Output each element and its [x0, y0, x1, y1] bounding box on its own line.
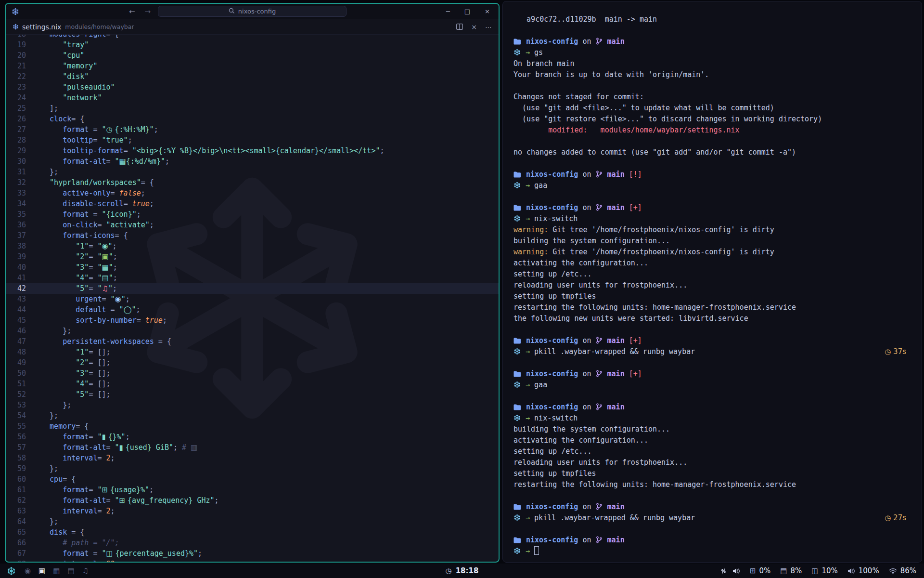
code-line[interactable]: 55 memory= {: [6, 421, 499, 432]
code-line[interactable]: 25 ];: [6, 103, 499, 114]
terminal-cursor: [534, 546, 539, 555]
code-line[interactable]: 46 };: [6, 326, 499, 336]
code-line[interactable]: 51 "4"= [];: [6, 379, 499, 389]
tray-volume-icon[interactable]: [732, 568, 740, 574]
tray-network-icon[interactable]: [720, 568, 727, 574]
terminal-line: [513, 391, 909, 402]
clock-time: 18:18: [456, 566, 479, 575]
memory-icon: ▤: [780, 566, 787, 575]
code-line[interactable]: 58 interval= 2;: [6, 453, 499, 463]
code-line[interactable]: 39 "2"= "▣";: [6, 251, 499, 262]
pulseaudio-module[interactable]: 100%: [847, 566, 879, 575]
terminal-line: setting up /etc...: [513, 269, 909, 280]
code-line[interactable]: 19 "tray": [6, 39, 499, 50]
code-line[interactable]: 23 "pulseaudio": [6, 82, 499, 92]
code-line[interactable]: 27 format = "◷ {:%H:%M}";: [6, 124, 499, 135]
command-duration: ◷ 27s: [885, 512, 906, 524]
code-line[interactable]: 49 "2"= [];: [6, 357, 499, 368]
code-line[interactable]: 41 "4"= "▤";: [6, 273, 499, 283]
code-line[interactable]: 21 "memory": [6, 61, 499, 71]
memory-module[interactable]: ▤8%: [780, 566, 802, 575]
code-line[interactable]: 33 active-only= false;: [6, 188, 499, 198]
code-text: tooltip-format= "<big>{:%Y %B}</big>\n<t…: [37, 145, 384, 156]
code-line[interactable]: 43 urgent= "◉";: [6, 294, 499, 304]
code-line[interactable]: 38 "1"= "◉";: [6, 241, 499, 251]
code-text: };: [37, 326, 71, 336]
code-line[interactable]: 56 format= "▮ {}%";: [6, 432, 499, 442]
code-line[interactable]: 45 sort-by-number= true;: [6, 315, 499, 326]
code-text: "pulseaudio": [37, 82, 115, 92]
code-line[interactable]: 40 "3"= "▦";: [6, 262, 499, 273]
code-line[interactable]: 29 tooltip-format= "<big>{:%Y %B}</big>\…: [6, 145, 499, 156]
code-line[interactable]: 47 persistent-workspaces = {: [6, 336, 499, 347]
line-number: 61: [6, 485, 37, 495]
workspace-4-icon[interactable]: ▤: [67, 566, 74, 575]
more-actions-icon[interactable]: ⋯: [485, 23, 492, 31]
nix-logo-icon: [12, 8, 19, 15]
code-line[interactable]: 65 disk = {: [6, 527, 499, 538]
close-editor-icon[interactable]: ×: [471, 23, 477, 31]
tab-filename[interactable]: settings.nix: [22, 23, 61, 31]
code-line[interactable]: 28 tooltip= "true";: [6, 135, 499, 145]
code-line[interactable]: 32 "hyprland/workspaces"= {: [6, 177, 499, 188]
code-line[interactable]: 64 };: [6, 516, 499, 527]
code-line[interactable]: 63 interval= 2;: [6, 506, 499, 516]
code-line[interactable]: 50 "3"= [];: [6, 368, 499, 379]
line-number: 25: [6, 103, 37, 114]
code-line[interactable]: 22 "disk": [6, 71, 499, 82]
line-number: 56: [6, 432, 37, 442]
folder-icon: [513, 39, 521, 45]
code-line[interactable]: 68 interval= 60;: [6, 559, 499, 562]
network-module[interactable]: 86%: [889, 566, 916, 575]
close-button[interactable]: ×: [485, 8, 490, 15]
minimize-button[interactable]: ─: [446, 8, 450, 15]
code-line[interactable]: 54 };: [6, 410, 499, 421]
maximize-button[interactable]: □: [464, 8, 470, 15]
disk-module[interactable]: ◫10%: [811, 566, 838, 575]
line-number: 37: [6, 230, 37, 241]
line-number: 29: [6, 145, 37, 156]
workspace-2-icon[interactable]: ▣: [38, 566, 45, 575]
code-line[interactable]: 48 "1"= [];: [6, 347, 499, 357]
code-line[interactable]: 44 default = "◯";: [6, 304, 499, 315]
cpu-module[interactable]: ⊞0%: [750, 566, 770, 575]
code-line[interactable]: 26 clock= {: [6, 114, 499, 124]
code-line[interactable]: 42 "5"= "♫";: [6, 283, 499, 294]
code-line[interactable]: 34 disable-scroll= true;: [6, 198, 499, 209]
code-line[interactable]: 37 format-icons= {: [6, 230, 499, 241]
terminal-line: warning: Git tree '/home/frostphoenix/ni…: [513, 224, 909, 236]
code-lines[interactable]: 18 modules-right= [19 "tray"20 "cpu"21 "…: [6, 35, 499, 562]
workspace-3-icon[interactable]: ▦: [53, 566, 60, 575]
code-line[interactable]: 62 format-alt= "⊞ {avg_frequency} GHz";: [6, 495, 499, 506]
code-line[interactable]: 57 format-alt= "▮ {used} GiB"; # ▥: [6, 442, 499, 453]
nav-back-icon[interactable]: ←: [129, 7, 135, 16]
code-line[interactable]: 59 };: [6, 463, 499, 474]
code-line[interactable]: 30 format-alt= "▦{:%d/%m}";: [6, 156, 499, 167]
code-line[interactable]: 35 format = "{icon}";: [6, 209, 499, 220]
code-line[interactable]: 31 };: [6, 167, 499, 177]
cpu-value: 0%: [759, 566, 770, 575]
workspace-5-icon[interactable]: ♫: [82, 566, 89, 575]
folder-icon: [513, 504, 521, 510]
code-line[interactable]: 67 format = "◫ {percentage_used}%";: [6, 548, 499, 559]
line-number: 36: [6, 220, 37, 230]
code-line[interactable]: 52 "5"= [];: [6, 389, 499, 400]
terminal-body[interactable]: a9c0c72..d11029b main -> main nixos-conf…: [503, 1, 922, 557]
clock-module[interactable]: ◷ 18:18: [446, 566, 479, 575]
workspace-1-icon[interactable]: ◉: [25, 566, 31, 575]
code-line[interactable]: 20 "cpu": [6, 50, 499, 61]
code-line[interactable]: 60 cpu= {: [6, 474, 499, 485]
code-text: "hyprland/workspaces"= {: [37, 177, 154, 188]
terminal-line: [513, 490, 909, 501]
nixos-launcher-icon[interactable]: [7, 566, 16, 576]
line-number: 46: [6, 326, 37, 336]
split-editor-icon[interactable]: [456, 24, 463, 30]
code-line[interactable]: 53 };: [6, 400, 499, 410]
code-line[interactable]: 18 modules-right= [: [6, 35, 499, 39]
code-line[interactable]: 61 format= "⊞ {usage}%";: [6, 485, 499, 495]
code-line[interactable]: 24 "network": [6, 92, 499, 103]
code-line[interactable]: 36 on-click= "activate";: [6, 220, 499, 230]
command-center-search[interactable]: nixos-config: [158, 6, 346, 17]
code-line[interactable]: 66 # path = "/";: [6, 538, 499, 548]
nav-forward-icon[interactable]: →: [145, 7, 151, 16]
